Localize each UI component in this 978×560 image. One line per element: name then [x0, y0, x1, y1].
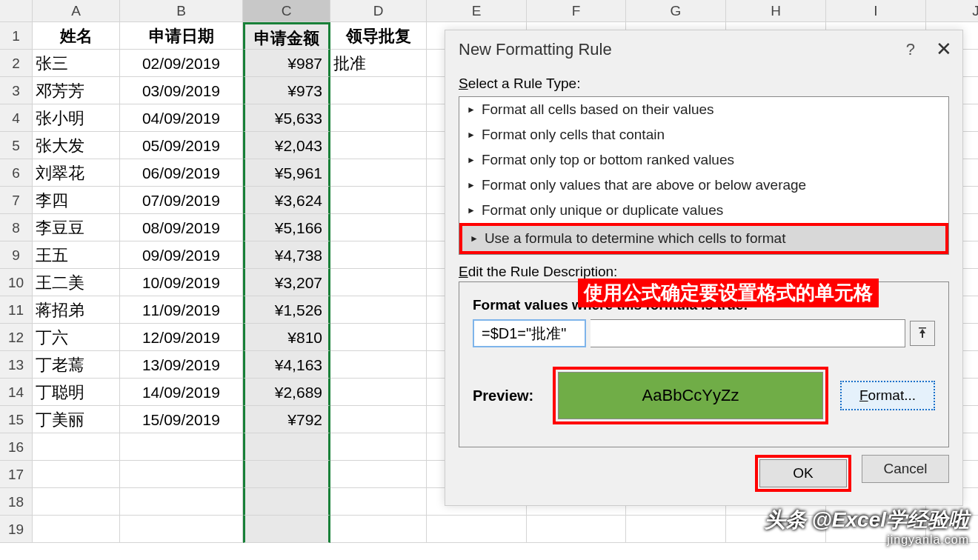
cell-C7[interactable]: ¥3,624: [243, 187, 330, 214]
cell-C5[interactable]: ¥2,043: [243, 132, 330, 159]
cell-B18[interactable]: [120, 488, 243, 516]
dialog-titlebar[interactable]: New Formatting Rule ? ✕: [445, 30, 962, 68]
cell-D12[interactable]: [330, 324, 427, 351]
cell-B6[interactable]: 06/09/2019: [120, 159, 243, 187]
cell-A15[interactable]: 丁美丽: [33, 406, 120, 433]
cell-D19[interactable]: [330, 516, 427, 543]
cell-B12[interactable]: 12/09/2019: [120, 324, 243, 351]
cell-A12[interactable]: 丁六: [33, 324, 120, 351]
header-cell-B[interactable]: 申请日期: [120, 22, 243, 50]
cell-C11[interactable]: ¥1,526: [243, 296, 330, 324]
row-header-4[interactable]: 4: [0, 104, 33, 132]
row-header-13[interactable]: 13: [0, 351, 33, 379]
cell-D17[interactable]: [330, 461, 427, 488]
cell-A19[interactable]: [33, 516, 120, 543]
cell-B19[interactable]: [120, 516, 243, 543]
cell-B15[interactable]: 15/09/2019: [120, 406, 243, 433]
column-header-J[interactable]: J: [926, 0, 978, 22]
cell-B4[interactable]: 04/09/2019: [120, 104, 243, 132]
rule-type-option[interactable]: ►Format all cells based on their values: [459, 97, 948, 122]
cell-D15[interactable]: [330, 406, 427, 433]
cell-D7[interactable]: [330, 187, 427, 214]
formula-input[interactable]: =$D1="批准": [473, 319, 586, 347]
cell-A13[interactable]: 丁老蔫: [33, 351, 120, 379]
column-header-A[interactable]: A: [33, 0, 120, 22]
cell-C10[interactable]: ¥3,207: [243, 269, 330, 296]
cell-D5[interactable]: [330, 132, 427, 159]
row-header-6[interactable]: 6: [0, 159, 33, 187]
column-header-C[interactable]: C: [243, 0, 330, 22]
cell-D6[interactable]: [330, 159, 427, 187]
cell-B11[interactable]: 11/09/2019: [120, 296, 243, 324]
help-button[interactable]: ?: [906, 40, 915, 59]
cell-B5[interactable]: 05/09/2019: [120, 132, 243, 159]
cell-B8[interactable]: 08/09/2019: [120, 214, 243, 241]
column-header-E[interactable]: E: [427, 0, 527, 22]
cell-B16[interactable]: [120, 433, 243, 461]
select-all-corner[interactable]: [0, 0, 33, 22]
row-header-16[interactable]: 16: [0, 433, 33, 461]
column-header-H[interactable]: H: [726, 0, 826, 22]
cell-B3[interactable]: 03/09/2019: [120, 77, 243, 104]
cell-A3[interactable]: 邓芳芳: [33, 77, 120, 104]
cell-B17[interactable]: [120, 461, 243, 488]
cell-C2[interactable]: ¥987: [243, 50, 330, 77]
row-header-8[interactable]: 8: [0, 214, 33, 241]
cell-D11[interactable]: [330, 296, 427, 324]
rule-type-option[interactable]: ►Use a formula to determine which cells …: [459, 223, 948, 254]
cell-C4[interactable]: ¥5,633: [243, 104, 330, 132]
column-header-D[interactable]: D: [330, 0, 427, 22]
close-icon[interactable]: ✕: [936, 38, 952, 61]
column-header-F[interactable]: F: [527, 0, 626, 22]
cell-B9[interactable]: 09/09/2019: [120, 241, 243, 269]
cell-C14[interactable]: ¥2,689: [243, 379, 330, 406]
cell-C19[interactable]: [243, 516, 330, 543]
rule-type-option[interactable]: ►Format only values that are above or be…: [459, 173, 948, 198]
ok-button[interactable]: OK: [759, 459, 847, 487]
rule-type-option[interactable]: ►Format only cells that contain: [459, 122, 948, 147]
cell-D14[interactable]: [330, 379, 427, 406]
cell-D10[interactable]: [330, 269, 427, 296]
row-header-1[interactable]: 1: [0, 22, 33, 50]
cell-A11[interactable]: 蒋招弟: [33, 296, 120, 324]
cell-E19[interactable]: [427, 516, 527, 543]
cell-D16[interactable]: [330, 433, 427, 461]
row-header-3[interactable]: 3: [0, 77, 33, 104]
cell-A2[interactable]: 张三: [33, 50, 120, 77]
row-header-12[interactable]: 12: [0, 324, 33, 351]
cell-D2[interactable]: 批准: [330, 50, 427, 77]
header-cell-C[interactable]: 申请金额: [243, 22, 330, 50]
cell-A6[interactable]: 刘翠花: [33, 159, 120, 187]
cell-G19[interactable]: [626, 516, 726, 543]
cell-A17[interactable]: [33, 461, 120, 488]
row-header-5[interactable]: 5: [0, 132, 33, 159]
cell-A14[interactable]: 丁聪明: [33, 379, 120, 406]
row-header-9[interactable]: 9: [0, 241, 33, 269]
row-header-17[interactable]: 17: [0, 461, 33, 488]
cell-A8[interactable]: 李豆豆: [33, 214, 120, 241]
cell-C16[interactable]: [243, 433, 330, 461]
header-cell-A[interactable]: 姓名: [33, 22, 120, 50]
cell-D13[interactable]: [330, 351, 427, 379]
column-header-B[interactable]: B: [120, 0, 243, 22]
rule-type-option[interactable]: ►Format only top or bottom ranked values: [459, 147, 948, 173]
column-header-G[interactable]: G: [626, 0, 726, 22]
cell-D4[interactable]: [330, 104, 427, 132]
cell-C15[interactable]: ¥792: [243, 406, 330, 433]
row-header-7[interactable]: 7: [0, 187, 33, 214]
collapse-dialog-icon[interactable]: [910, 321, 935, 346]
cell-A7[interactable]: 李四: [33, 187, 120, 214]
row-header-11[interactable]: 11: [0, 296, 33, 324]
cell-C12[interactable]: ¥810: [243, 324, 330, 351]
cell-D3[interactable]: [330, 77, 427, 104]
rule-type-option[interactable]: ►Format only unique or duplicate values: [459, 198, 948, 223]
row-header-19[interactable]: 19: [0, 516, 33, 543]
cell-C9[interactable]: ¥4,738: [243, 241, 330, 269]
cell-D18[interactable]: [330, 488, 427, 516]
cell-A4[interactable]: 张小明: [33, 104, 120, 132]
formula-input-extent[interactable]: [591, 319, 905, 347]
cell-C3[interactable]: ¥973: [243, 77, 330, 104]
header-cell-D[interactable]: 领导批复: [330, 22, 427, 50]
cell-C6[interactable]: ¥5,961: [243, 159, 330, 187]
row-header-2[interactable]: 2: [0, 50, 33, 77]
